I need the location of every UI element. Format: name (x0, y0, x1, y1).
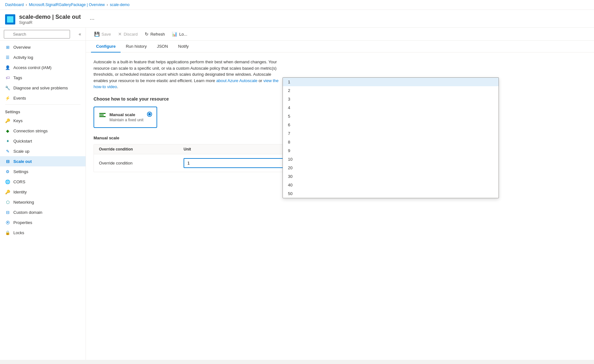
locks-icon: 🔒 (5, 230, 10, 235)
resource-icon (5, 14, 15, 24)
sidebar-collapse-button[interactable]: « (77, 30, 83, 38)
dropdown-popup: 1 2 3 4 5 6 7 8 9 10 20 30 40 50 (283, 77, 499, 198)
manual-scale-icon (99, 113, 106, 117)
scale-out-icon: ⊟ (5, 159, 10, 164)
cors-icon: 🌐 (5, 179, 10, 184)
dropdown-option-9[interactable]: 9 (283, 146, 499, 155)
dropdown-option-1[interactable]: 1 (283, 78, 499, 86)
sidebar-top: 🔍 « (0, 28, 86, 41)
sidebar-item-diagnose[interactable]: 🔧 Diagnose and solve problems (0, 83, 86, 93)
tags-icon: 🏷 (5, 75, 10, 80)
dropdown-option-2[interactable]: 2 (283, 86, 499, 95)
autoscale-link[interactable]: about Azure Autoscale (216, 78, 257, 83)
settings-icon: ⚙ (5, 169, 10, 174)
configure-description: Autoscale is a built-in feature that hel… (94, 59, 284, 90)
sidebar-item-activity-log[interactable]: ☰ Activity log (0, 52, 86, 62)
dropdown-option-10[interactable]: 10 (283, 155, 499, 164)
sidebar-item-overview[interactable]: ⊞ Overview (0, 42, 86, 52)
manual-scale-radio[interactable] (147, 112, 152, 117)
sidebar-item-tags[interactable]: 🏷 Tags (0, 73, 86, 83)
override-condition-cell: Override condition (99, 161, 184, 165)
search-input[interactable] (4, 30, 70, 38)
sidebar-item-access-control[interactable]: 👤 Access control (IAM) (0, 62, 86, 73)
tab-notify[interactable]: Notify (173, 41, 194, 52)
dropdown-option-7[interactable]: 7 (283, 129, 499, 138)
breadcrumb-overview[interactable]: Microsoft.SignalRGalleryPackage | Overvi… (29, 3, 105, 7)
networking-icon: ⬡ (5, 200, 10, 205)
dropdown-option-list: 1 2 3 4 5 6 7 8 9 10 20 30 40 50 (283, 78, 499, 198)
dropdown-option-6[interactable]: 6 (283, 121, 499, 129)
dropdown-option-3[interactable]: 3 (283, 95, 499, 103)
refresh-icon: ↻ (145, 32, 149, 37)
breadcrumb-resource[interactable]: scale-demo (110, 3, 129, 7)
overview-icon: ⊞ (5, 45, 10, 50)
sidebar-item-events[interactable]: ⚡ Events (0, 93, 86, 103)
sidebar-item-custom-domain[interactable]: ⊟ Custom domain (0, 207, 86, 217)
events-icon: ⚡ (5, 95, 10, 101)
access-control-icon: 👤 (5, 65, 10, 70)
refresh-button[interactable]: ↻ Refresh (142, 30, 168, 38)
sidebar-navigation: ⊞ Overview ☰ Activity log 👤 Access contr… (0, 41, 86, 239)
discard-button[interactable]: ✕ Discard (115, 30, 141, 38)
sidebar-item-quickstart[interactable]: ✦ Quickstart (0, 136, 86, 146)
dropdown-option-8[interactable]: 8 (283, 138, 499, 146)
discard-icon: ✕ (118, 32, 122, 37)
configure-content: Autoscale is a built-in feature that hel… (86, 52, 594, 360)
tab-configure[interactable]: Configure (91, 41, 121, 52)
page-title: scale-demo | Scale out (19, 14, 81, 20)
tab-run-history[interactable]: Run history (121, 41, 152, 52)
page-subtitle: SignalR (19, 20, 81, 25)
sidebar-item-settings[interactable]: ⚙ Settings (0, 166, 86, 177)
content-area: 💾 Save ✕ Discard ↻ Refresh 📊 Lo... Confi… (86, 28, 594, 360)
dropdown-option-20[interactable]: 20 (283, 164, 499, 172)
save-button[interactable]: 💾 Save (91, 30, 114, 38)
logs-button[interactable]: 📊 Lo... (169, 30, 190, 38)
tabs: Configure Run history JSON Notify (86, 41, 594, 52)
main-layout: 🔍 « ⊞ Overview ☰ Activity log 👤 Access c… (0, 28, 594, 360)
breadcrumb: Dashboard › Microsoft.SignalRGalleryPack… (0, 0, 594, 10)
sidebar-item-identity[interactable]: 🔑 Identity (0, 187, 86, 197)
manual-scale-card[interactable]: Manual scale Maintain a fixed unit (94, 107, 157, 128)
manual-scale-desc: Maintain a fixed unit (109, 118, 151, 122)
quickstart-icon: ✦ (5, 138, 10, 144)
sidebar-item-networking[interactable]: ⬡ Networking (0, 197, 86, 207)
activity-log-icon: ☰ (5, 55, 10, 60)
dropdown-option-30[interactable]: 30 (283, 172, 499, 181)
sidebar-item-cors[interactable]: 🌐 CORS (0, 177, 86, 187)
dropdown-option-4[interactable]: 4 (283, 103, 499, 112)
dropdown-option-40[interactable]: 40 (283, 181, 499, 189)
sidebar: 🔍 « ⊞ Overview ☰ Activity log 👤 Access c… (0, 28, 86, 360)
diagnose-icon: 🔧 (5, 85, 10, 90)
dropdown-option-5[interactable]: 5 (283, 112, 499, 121)
custom-domain-icon: ⊟ (5, 210, 10, 215)
save-icon: 💾 (94, 32, 100, 37)
logs-icon: 📊 (172, 32, 177, 37)
tab-json[interactable]: JSON (152, 41, 173, 52)
dropdown-option-50[interactable]: 50 (283, 189, 499, 198)
dropdown-popup-scroll[interactable]: 1 2 3 4 5 6 7 8 9 10 20 30 40 50 (283, 78, 499, 198)
scale-up-icon: ✎ (5, 149, 10, 154)
identity-icon: 🔑 (5, 189, 10, 194)
sidebar-item-keys[interactable]: 🔑 Keys (0, 116, 86, 126)
manual-scale-title: Manual scale (109, 112, 151, 117)
sidebar-item-connection-strings[interactable]: ◆ Connection strings (0, 126, 86, 136)
toolbar: 💾 Save ✕ Discard ↻ Refresh 📊 Lo... (86, 28, 594, 41)
sidebar-item-properties[interactable]: ⦿ Properties (0, 217, 86, 228)
breadcrumb-dashboard[interactable]: Dashboard (5, 3, 24, 7)
condition-header: Override condition (99, 147, 184, 151)
keys-icon: 🔑 (5, 118, 10, 123)
page-header: scale-demo | Scale out SignalR ··· (0, 10, 594, 28)
connection-strings-icon: ◆ (5, 128, 10, 133)
properties-icon: ⦿ (5, 220, 10, 225)
sidebar-item-scale-out[interactable]: ⊟ Scale out (0, 156, 86, 166)
sidebar-item-locks[interactable]: 🔒 Locks (0, 228, 86, 238)
more-options-button[interactable]: ··· (87, 15, 97, 24)
settings-section-label: Settings (0, 106, 86, 116)
sidebar-item-scale-up[interactable]: ✎ Scale up (0, 146, 86, 156)
